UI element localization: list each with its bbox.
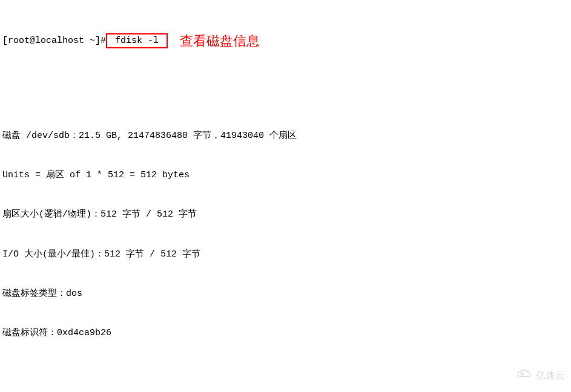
disk-sdb-label-type: 磁盘标签类型：dos bbox=[2, 287, 569, 301]
blank-line bbox=[2, 77, 569, 90]
command-prompt-line: [root@localhost ~]# fdisk -l 查看磁盘信息 bbox=[2, 31, 569, 51]
disk-sdb-units: Units = 扇区 of 1 * 512 = 512 bytes bbox=[2, 169, 569, 182]
disk-sdb-sector-size: 扇区大小(逻辑/物理)：512 字节 / 512 字节 bbox=[2, 208, 569, 221]
command-annotation: 查看磁盘信息 bbox=[180, 31, 260, 51]
disk-sdb-identifier: 磁盘标识符：0xd4ca9b26 bbox=[2, 327, 569, 340]
disk-sdb-header: 磁盘 /dev/sdb：21.5 GB, 21474836480 字节，4194… bbox=[2, 129, 569, 143]
command-highlight-box: fdisk -l bbox=[106, 33, 168, 49]
watermark: 亿速云 bbox=[515, 368, 565, 383]
blank-line bbox=[2, 366, 569, 379]
terminal-output: [root@localhost ~]# fdisk -l 查看磁盘信息 磁盘 /… bbox=[2, 5, 569, 392]
cloud-icon bbox=[515, 368, 533, 383]
disk-sdb-io-size: I/O 大小(最小/最佳)：512 字节 / 512 字节 bbox=[2, 248, 569, 261]
watermark-text: 亿速云 bbox=[536, 368, 565, 382]
shell-prompt: [root@localhost ~]# bbox=[2, 34, 106, 48]
svg-point-0 bbox=[521, 373, 524, 376]
